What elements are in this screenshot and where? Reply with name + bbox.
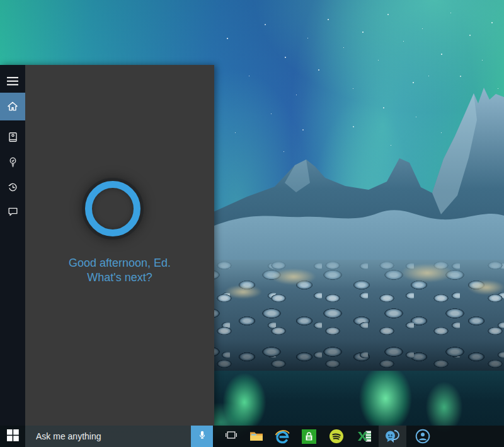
file-explorer-icon bbox=[249, 429, 264, 444]
cortana-ring-icon bbox=[85, 181, 140, 236]
windows-logo-icon bbox=[7, 429, 19, 444]
excel-icon bbox=[357, 429, 372, 444]
microphone-button[interactable] bbox=[191, 426, 213, 447]
taskbar bbox=[0, 426, 504, 447]
cortana-panel: Good afternoon, Ed. What's next? bbox=[0, 65, 214, 426]
sidebar-item-home[interactable] bbox=[0, 93, 25, 120]
sidebar-item-feedback[interactable] bbox=[0, 199, 25, 224]
taskbar-app-excel[interactable] bbox=[355, 426, 373, 447]
people-icon bbox=[415, 429, 430, 444]
messaging-icon bbox=[384, 429, 401, 444]
spotify-icon bbox=[329, 429, 344, 444]
feedback-bubble-icon bbox=[7, 206, 19, 218]
ideas-lightbulb-icon bbox=[7, 156, 19, 168]
history-clock-icon bbox=[7, 182, 19, 194]
task-view-icon bbox=[225, 430, 238, 443]
shrub bbox=[467, 280, 504, 295]
taskbar-app-spotify[interactable] bbox=[328, 426, 345, 447]
cortana-sidebar bbox=[0, 65, 25, 426]
windows-store-icon bbox=[302, 429, 316, 444]
cortana-content: Good afternoon, Ed. What's next? bbox=[25, 65, 214, 426]
notebook-icon bbox=[7, 131, 19, 143]
search-input[interactable] bbox=[25, 426, 191, 447]
sidebar-item-ideas[interactable] bbox=[0, 149, 25, 175]
sidebar-item-notebook[interactable] bbox=[0, 124, 25, 149]
cortana-search-box bbox=[25, 426, 213, 447]
start-button[interactable] bbox=[1, 426, 24, 447]
windows-desktop: Good afternoon, Ed. What's next? bbox=[0, 0, 504, 447]
cortana-greeting: Good afternoon, Ed. What's next? bbox=[25, 256, 214, 285]
home-icon bbox=[6, 100, 19, 113]
taskbar-app-windows-store[interactable] bbox=[300, 426, 318, 447]
shrub bbox=[401, 264, 454, 282]
sidebar-item-history[interactable] bbox=[0, 175, 25, 200]
greeting-line1: Good afternoon, Ed. bbox=[25, 256, 214, 270]
task-view-button[interactable] bbox=[222, 426, 241, 447]
shrub bbox=[271, 269, 316, 285]
shrub bbox=[224, 285, 262, 299]
microphone-icon bbox=[197, 429, 207, 443]
taskbar-app-people[interactable] bbox=[414, 426, 432, 447]
internet-explorer-icon bbox=[274, 428, 290, 444]
taskbar-app-messaging[interactable] bbox=[379, 426, 406, 447]
greeting-line2: What's next? bbox=[25, 270, 214, 285]
hamburger-menu-icon bbox=[7, 77, 18, 86]
taskbar-app-file-explorer[interactable] bbox=[248, 426, 265, 447]
hamburger-menu-button[interactable] bbox=[0, 69, 25, 94]
taskbar-app-internet-explorer[interactable] bbox=[273, 426, 291, 447]
